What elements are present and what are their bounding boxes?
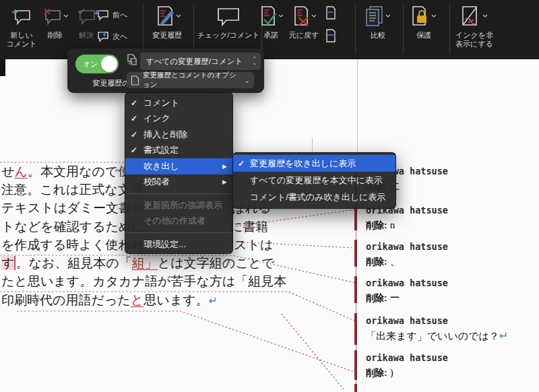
new-comment-icon [11,3,32,29]
change-bar [354,350,357,380]
menu-separator [126,193,232,194]
document-line: たと思います。カタカナ語が苦手な方は「組見本 [1,274,286,288]
previous-comment-icon [94,8,109,22]
ribbon-separator [355,4,356,54]
check-icon: ✓ [131,130,137,139]
balloon-body: 削除: 、 [366,255,400,268]
check-icon: ✓ [238,159,245,168]
submenu-item-show-revisions-in-balloons[interactable]: ✓変更履歴を吹き出しに表示 [233,155,395,172]
delete-comment-label: 削除 [48,31,63,40]
revision-balloon[interactable]: orikawa hatsuse 削除: ー [366,277,448,288]
check-icon: ✓ [131,145,137,155]
protect-icon [409,3,439,29]
chevron-down-icon: ⌄ [245,77,250,84]
next-comment-label: 次へ [113,32,127,41]
change-bar [354,384,357,392]
accept-change-button[interactable]: 承諾 [253,3,288,40]
check-comments-button[interactable]: チェック/コメント [197,3,260,40]
markup-options-label: 変更履歴とコメントのオプション [143,71,241,90]
balloons-submenu: ✓変更履歴を吹き出しに表示 すべての変更履歴を本文中に表示 コメント/書式のみ吹… [232,152,396,209]
tracked-insertion: 組」 [132,256,158,270]
comment-balloon[interactable]: orikawa hatsuse 「出来ます」でいいのでは？↵ [366,315,448,326]
comment-anchor-highlight: す [1,256,15,270]
menu-separator [126,232,232,233]
balloon-author: orikawa hatsuse [366,352,448,363]
hide-ink-label: インクを非 表示にする [455,31,493,48]
document-line: 注意。これは正式な文章 [1,183,144,197]
track-changes-label: 変更履歴 [152,31,182,40]
accept-and-next-button[interactable] [323,5,337,20]
balloon-body: 「出来ます」でいいのでは？↵ [366,329,508,343]
ribbon-separator [449,4,450,54]
menu-item-comments[interactable]: ✓コメント [125,95,232,111]
next-comment-button[interactable]: 次へ [94,30,127,43]
markup-view-icon [127,54,137,66]
submenu-arrow-icon: ▶ [222,163,227,170]
menu-item-ink[interactable]: ✓インク [125,111,232,127]
check-comments-label: チェック/コメント [197,31,259,40]
check-icon: ✓ [131,98,137,108]
accept-change-label: 承諾 [263,31,278,40]
track-changes-toggle[interactable]: オン [75,55,119,73]
balloon-author: orikawa hatsuse [366,241,448,252]
compare-icon [363,3,393,29]
submenu-item-show-only-comments-formatting[interactable]: コメント/書式のみ吹き出しに表示 [233,189,395,205]
document-line: トなどを確認するために [1,220,145,234]
word-review-window: 新しい コメント 削除 解決 [0,0,539,392]
paragraph-return-mark: ↵ [209,294,218,307]
document-line: テキストはダミー文書や [1,201,145,215]
menu-item-highlight-updates: 更新箇所の強調表示 [125,197,232,214]
reject-change-button[interactable]: 元に戻す [286,3,322,40]
check-comments-icon [216,3,241,29]
accept-change-icon [257,3,284,29]
window-edge-block [0,59,5,76]
document-line: を作成する時よく使われ [1,238,144,252]
delete-comment-button[interactable]: 削除 [39,3,71,40]
compare-button[interactable]: 比較 [358,3,398,40]
new-comment-button[interactable]: 新しい コメント [3,3,40,48]
new-comment-label: 新しい コメント [6,31,36,48]
document-line-fragment: ストは [234,238,273,252]
hide-ink-button[interactable]: インクを非 表示にする [453,3,496,48]
menu-item-other-authors: その他の作成者 [125,214,232,230]
change-bar [354,276,357,303]
markup-area-divider [357,59,358,156]
track-changes-icon [153,3,181,29]
document-line-fragment: に書籍 [230,220,268,234]
balloon-body: 削除: n [366,219,395,232]
balloon-author: orikawa hatsuse [366,315,448,326]
menu-item-formatting[interactable]: ✓書式設定 [125,143,232,159]
revision-balloon[interactable]: orikawa hatsuse 削除: 、 [366,241,448,252]
submenu-arrow-icon: ▶ [222,178,227,185]
menu-item-balloons[interactable]: 吹き出し▶ [125,158,232,174]
hide-ink-icon [459,3,490,29]
revision-balloon[interactable]: orikawa hatsuse 削除: ) [366,352,448,363]
check-icon: ✓ [131,114,137,123]
accept-and-next-icon [323,5,337,20]
ribbon-separator [143,4,144,54]
tracked-insertion: と [131,293,144,307]
next-comment-icon [94,30,109,43]
protect-button[interactable]: 保護 [406,3,442,40]
balloon-body: 削除: ー [366,292,400,304]
document-line: せん。本文用なので使い [1,164,144,178]
menu-item-reviewers[interactable]: 校閲者▶ [125,174,232,191]
track-changes-button[interactable]: 変更履歴 [144,3,190,40]
menu-item-preferences[interactable]: 環境設定... [125,236,232,253]
toggle-on-label: オン [83,59,98,69]
document-line: 印刷時代の用語だったと思います。↵ [1,293,218,308]
balloon-author: orikawa hatsuse [366,277,448,288]
track-changes-panel: オン 変更履歴の記録 すべての変更履歴/コメント ⌃⌄ 変更履歴とコ [67,48,264,93]
submenu-item-show-all-revisions-inline[interactable]: すべての変更履歴を本文中に表示 [233,172,395,189]
document-line: す。なお、組見本の「組」とは文字組のことで [1,256,274,270]
markup-view-select[interactable]: すべての変更履歴/コメント ⌃⌄ [140,53,261,70]
menu-item-insertions-deletions[interactable]: ✓挿入と削除 [125,127,232,143]
delete-comment-icon [42,3,69,29]
previous-comment-button[interactable]: 前へ [94,8,127,22]
resolve-comment-label: 解決 [79,31,94,40]
markup-options-button[interactable]: 変更履歴とコメントのオプション ⌄ [127,72,254,88]
balloon-body: 削除: ) [366,366,393,379]
ribbon-separator [403,4,404,54]
document-options-icon [131,75,139,86]
reject-and-next-button[interactable] [323,28,337,43]
